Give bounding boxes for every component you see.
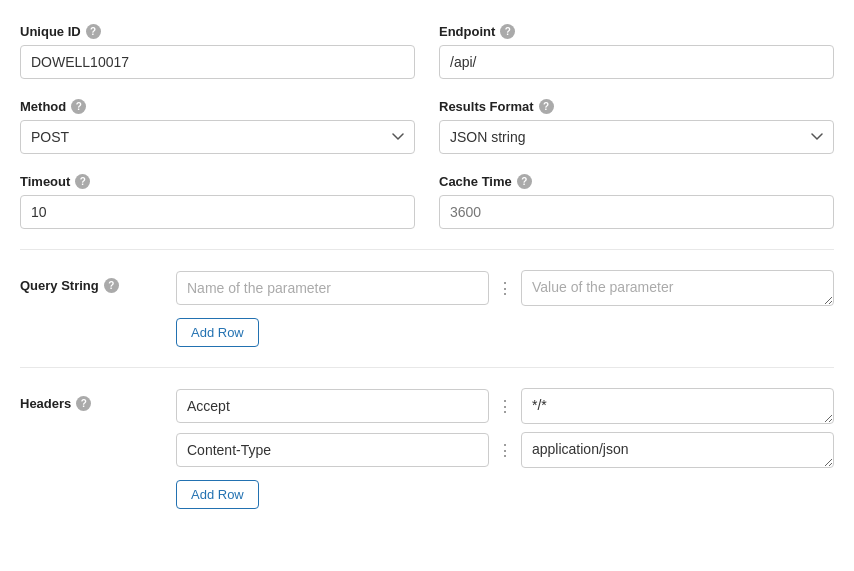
query-string-section: Query String ? ⋮ Add Row [20, 270, 834, 347]
timeout-input[interactable] [20, 195, 415, 229]
headers-section: Headers ? ⋮ */* ⋮ application/json Add R… [20, 388, 834, 509]
query-string-name-input[interactable] [176, 271, 489, 305]
header-row-0: ⋮ */* [176, 388, 834, 424]
cache-time-label: Cache Time ? [439, 174, 834, 189]
headers-label: Headers ? [20, 396, 160, 411]
timeout-help-icon: ? [75, 174, 90, 189]
query-string-row: ⋮ [176, 270, 834, 306]
method-label: Method ? [20, 99, 415, 114]
cache-time-group: Cache Time ? [439, 174, 834, 229]
endpoint-label: Endpoint ? [439, 24, 834, 39]
results-format-label: Results Format ? [439, 99, 834, 114]
header-name-input-0[interactable] [176, 389, 489, 423]
query-string-separator: ⋮ [495, 279, 515, 298]
method-select[interactable]: POST GET PUT DELETE PATCH [20, 120, 415, 154]
headers-help-icon: ? [76, 396, 91, 411]
query-string-add-row-button[interactable]: Add Row [176, 318, 259, 347]
headers-content: ⋮ */* ⋮ application/json Add Row [176, 388, 834, 509]
query-string-help-icon: ? [104, 278, 119, 293]
unique-id-help-icon: ? [86, 24, 101, 39]
header-separator-1: ⋮ [495, 441, 515, 460]
unique-id-group: Unique ID ? [20, 24, 415, 79]
unique-id-input[interactable] [20, 45, 415, 79]
header-row-1: ⋮ application/json [176, 432, 834, 468]
query-string-value-input[interactable] [521, 270, 834, 306]
query-string-content: ⋮ Add Row [176, 270, 834, 347]
header-value-input-1[interactable]: application/json [521, 432, 834, 468]
endpoint-help-icon: ? [500, 24, 515, 39]
cache-time-help-icon: ? [517, 174, 532, 189]
query-string-label: Query String ? [20, 278, 160, 293]
results-format-group: Results Format ? JSON string XML Text [439, 99, 834, 154]
timeout-label: Timeout ? [20, 174, 415, 189]
header-name-input-1[interactable] [176, 433, 489, 467]
unique-id-label: Unique ID ? [20, 24, 415, 39]
method-help-icon: ? [71, 99, 86, 114]
headers-add-row-button[interactable]: Add Row [176, 480, 259, 509]
cache-time-input[interactable] [439, 195, 834, 229]
endpoint-group: Endpoint ? [439, 24, 834, 79]
timeout-group: Timeout ? [20, 174, 415, 229]
method-group: Method ? POST GET PUT DELETE PATCH [20, 99, 415, 154]
header-value-input-0[interactable]: */* [521, 388, 834, 424]
results-format-select[interactable]: JSON string XML Text [439, 120, 834, 154]
results-format-help-icon: ? [539, 99, 554, 114]
endpoint-input[interactable] [439, 45, 834, 79]
header-separator-0: ⋮ [495, 397, 515, 416]
